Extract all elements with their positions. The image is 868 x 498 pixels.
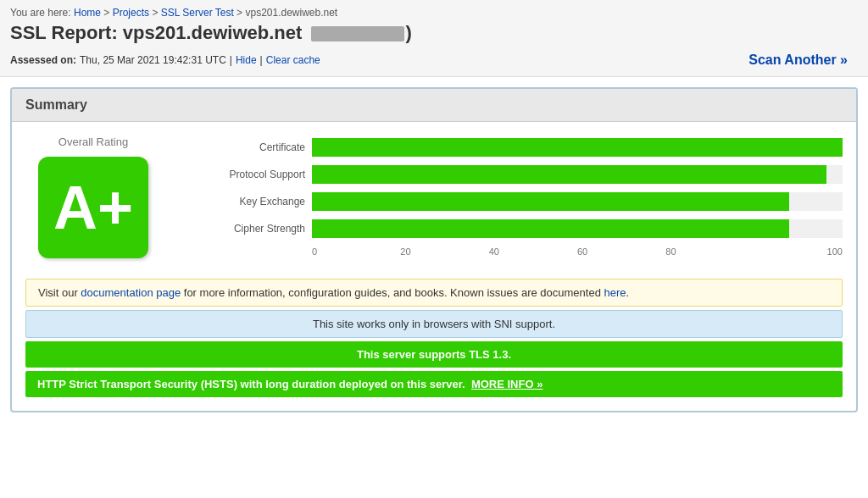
chart-row-protocol: Protocol Support xyxy=(195,165,843,184)
breadcrumb-label: You are here: xyxy=(10,7,71,19)
chart-bar-cipher xyxy=(312,219,789,238)
chart-label-key: Key Exchange xyxy=(195,196,305,208)
info-box-documentation: Visit our documentation page for more in… xyxy=(25,279,843,307)
chart-bar-container-certificate xyxy=(312,138,843,157)
chart-bar-container-cipher xyxy=(312,219,843,238)
overall-rating: Overall Rating A+ xyxy=(25,136,161,258)
breadcrumb-home[interactable]: Home xyxy=(74,7,101,19)
grade-box: A+ xyxy=(38,157,148,258)
clear-cache-link[interactable]: Clear cache xyxy=(266,54,320,66)
assessed-date: Thu, 25 Mar 2021 19:42:31 UTC xyxy=(80,54,226,66)
chart-bar-container-key xyxy=(312,192,843,211)
chart-bar-container-protocol xyxy=(312,165,843,184)
chart-label-protocol: Protocol Support xyxy=(195,169,305,180)
chart-row-cipher: Cipher Strength xyxy=(195,219,843,238)
chart-row-key: Key Exchange xyxy=(195,192,843,211)
breadcrumb-hostname: vps201.dewiweb.net xyxy=(245,7,337,19)
chart-bar-protocol xyxy=(312,165,826,184)
info-box-tls13: This server supports TLS 1.3. xyxy=(25,341,843,368)
chart-section: Certificate Protocol Support Key Exchang… xyxy=(195,138,843,257)
chart-row-certificate: Certificate xyxy=(195,138,843,157)
chart-label-cipher: Cipher Strength xyxy=(195,223,305,235)
scan-another-button[interactable]: Scan Another » xyxy=(738,47,858,73)
redacted-ip xyxy=(311,26,404,42)
known-issues-link[interactable]: here xyxy=(604,286,626,299)
assessed-row: Assessed on: Thu, 25 Mar 2021 19:42:31 U… xyxy=(10,47,858,73)
chart-label-certificate: Certificate xyxy=(195,141,305,153)
hide-link[interactable]: Hide xyxy=(236,54,257,66)
overall-rating-label: Overall Rating xyxy=(58,136,128,148)
breadcrumb-projects[interactable]: Projects xyxy=(113,7,149,19)
summary-header: Summary xyxy=(12,89,856,122)
chart-bar-key xyxy=(312,192,789,211)
info-box-hsts: HTTP Strict Transport Security (HSTS) wi… xyxy=(25,371,843,397)
page-title-hostname: vps201.dewiweb.net xyxy=(123,22,303,43)
info-boxes: Visit our documentation page for more in… xyxy=(25,279,843,397)
chart-bar-certificate xyxy=(312,138,843,157)
info-box-sni: This site works only in browsers with SN… xyxy=(25,310,843,338)
documentation-page-link[interactable]: documentation page xyxy=(81,286,181,299)
chart-axis: 0 20 40 60 80 100 xyxy=(312,246,843,257)
page-title: SSL Report: vps201.dewiweb.net ) xyxy=(10,22,858,44)
summary-box: Summary Overall Rating A+ Certificate Pr… xyxy=(10,87,858,412)
assessed-label: Assessed on: xyxy=(10,54,76,66)
breadcrumb-ssl-server-test[interactable]: SSL Server Test xyxy=(161,7,234,19)
page-title-prefix: SSL Report: xyxy=(10,22,118,43)
breadcrumb: You are here: Home > Projects > SSL Serv… xyxy=(10,7,858,19)
hsts-more-info-link[interactable]: MORE INFO » xyxy=(471,378,543,390)
